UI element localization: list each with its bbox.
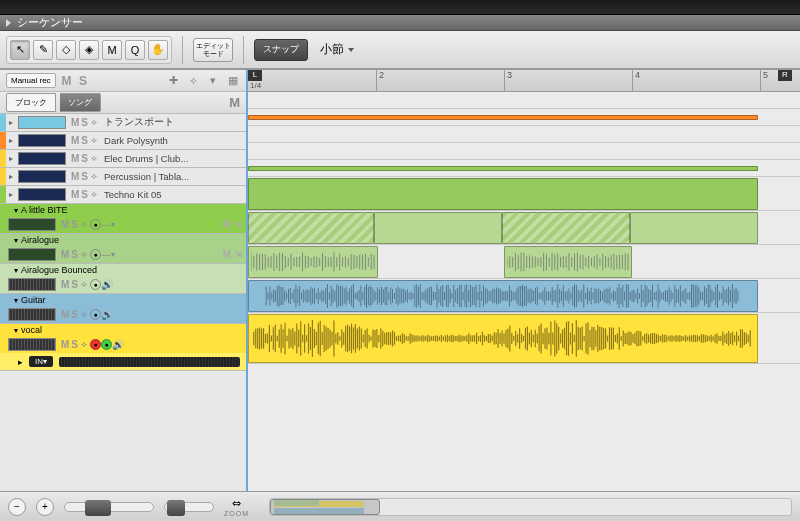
lane-row[interactable]: [248, 92, 800, 109]
device-thumb[interactable]: [18, 134, 66, 147]
disclosure-icon[interactable]: [6, 19, 11, 27]
clip[interactable]: [248, 166, 758, 171]
arrow-tool[interactable]: ↖: [10, 40, 30, 60]
clip[interactable]: [248, 178, 758, 210]
chain-icon[interactable]: ▸: [18, 357, 23, 367]
track-row[interactable]: ▾Airalogue Bounced MS ⟡● 🔊: [0, 264, 246, 294]
mute-tool[interactable]: M: [102, 40, 122, 60]
automation-icon[interactable]: ⟡: [81, 249, 87, 260]
record-arm-icon[interactable]: ●: [90, 309, 101, 320]
zoom-out-button[interactable]: −: [8, 498, 26, 516]
track-row[interactable]: ▾vocal MS ⟡● ● 🔊 ▸ IN▾: [0, 324, 246, 371]
automation-icon[interactable]: ⟡: [91, 153, 97, 164]
mute-solo[interactable]: MS: [61, 279, 78, 290]
record-arm-icon[interactable]: ●: [90, 249, 101, 260]
clip[interactable]: [248, 314, 758, 363]
mute-solo[interactable]: MS: [71, 135, 88, 146]
manual-rec-button[interactable]: Manual rec: [6, 73, 56, 88]
clip[interactable]: [374, 212, 502, 244]
device-thumb[interactable]: [18, 152, 66, 165]
track-row[interactable]: ▸ MS ⟡ トランスポート: [0, 114, 246, 132]
device-thumb[interactable]: [8, 338, 56, 351]
automation-icon[interactable]: ⟡: [91, 135, 97, 146]
track-row[interactable]: ▾A little BITE MS ⟡● — ▾ M✕: [0, 204, 246, 234]
device-thumb[interactable]: [8, 218, 56, 231]
mute-solo[interactable]: MS: [61, 249, 78, 260]
lane-menu-icon[interactable]: ▾: [111, 220, 115, 229]
clip[interactable]: [504, 246, 632, 278]
automation-icon[interactable]: ⟡: [91, 171, 97, 182]
zoom-in-button[interactable]: +: [36, 498, 54, 516]
monitor-icon[interactable]: ●: [101, 339, 112, 350]
lane-row[interactable]: [248, 143, 800, 160]
magnify-tool[interactable]: Q: [125, 40, 145, 60]
device-thumb[interactable]: [18, 170, 66, 183]
automation-icon[interactable]: ⟡: [81, 309, 87, 320]
disclose-icon[interactable]: ▸: [6, 154, 16, 163]
speaker-icon[interactable]: 🔊: [101, 279, 113, 290]
track-row[interactable]: ▾Airalogue MS ⟡● — ▾ M✕: [0, 234, 246, 264]
disclose-icon[interactable]: ▸: [6, 172, 16, 181]
grid-view-icon[interactable]: ▦: [226, 74, 240, 88]
clip[interactable]: [248, 115, 758, 120]
pencil-tool[interactable]: ✎: [33, 40, 53, 60]
input-select[interactable]: IN▾: [29, 356, 53, 367]
automation-icon[interactable]: ⟡: [81, 219, 87, 230]
left-locator[interactable]: L: [248, 70, 262, 81]
record-arm-icon[interactable]: ●: [90, 219, 101, 230]
clip[interactable]: [630, 212, 758, 244]
clip[interactable]: [248, 212, 374, 244]
automation-icon[interactable]: ⟡: [186, 74, 200, 88]
disclose-icon[interactable]: ▸: [6, 190, 16, 199]
expand-icon[interactable]: ⇔: [232, 497, 241, 510]
snap-button[interactable]: スナップ: [254, 39, 308, 61]
right-locator[interactable]: R: [778, 70, 792, 81]
add-track-icon[interactable]: ✚: [166, 74, 180, 88]
mute-solo[interactable]: MS: [71, 171, 88, 182]
record-arm-icon[interactable]: ●: [90, 279, 101, 290]
track-row[interactable]: ▾Guitar MS ⟡● 🔊: [0, 294, 246, 324]
edit-mode-button[interactable]: エディット モード: [193, 38, 233, 62]
track-row[interactable]: ▸ MS ⟡ Techno Kit 05: [0, 186, 246, 204]
record-arm-icon[interactable]: ●: [90, 339, 101, 350]
measure-select[interactable]: 小節: [312, 39, 362, 61]
clip[interactable]: [248, 246, 378, 278]
eraser-tool[interactable]: ◇: [56, 40, 76, 60]
clip[interactable]: [248, 280, 758, 312]
automation-icon[interactable]: ⟡: [91, 117, 97, 128]
device-thumb[interactable]: [18, 188, 66, 201]
mute-solo[interactable]: MS: [61, 309, 78, 320]
lane-row[interactable]: [248, 126, 800, 143]
v-zoom-slider[interactable]: [164, 502, 214, 512]
device-thumb[interactable]: [18, 116, 66, 129]
track-row[interactable]: ▸ MS ⟡ Percussion | Tabla...: [0, 168, 246, 186]
mute-solo[interactable]: MS: [71, 189, 88, 200]
clip-lanes[interactable]: [248, 92, 800, 491]
mute-solo[interactable]: MS: [71, 117, 88, 128]
clip[interactable]: [502, 212, 630, 244]
speaker-icon[interactable]: 🔊: [112, 339, 124, 350]
block-mode-button[interactable]: ブロック: [6, 93, 56, 112]
lane-mute-solo[interactable]: M✕: [223, 249, 246, 260]
mute-solo[interactable]: MS: [61, 339, 78, 350]
razor-tool[interactable]: ◈: [79, 40, 99, 60]
disclose-icon[interactable]: ▸: [6, 118, 16, 127]
song-mode-button[interactable]: ソング: [60, 93, 101, 112]
automation-icon[interactable]: ⟡: [81, 339, 87, 350]
hand-tool[interactable]: ✋: [148, 40, 168, 60]
overview-scrollbar[interactable]: [269, 498, 792, 516]
disclose-icon[interactable]: ▸: [6, 136, 16, 145]
track-row[interactable]: ▸ MS ⟡ Elec Drums | Club...: [0, 150, 246, 168]
automation-icon[interactable]: ⟡: [81, 279, 87, 290]
global-mute-solo[interactable]: M S: [62, 74, 89, 88]
timeline-ruler[interactable]: L 1/4 R 2345: [248, 70, 800, 92]
mute-solo[interactable]: MS: [61, 219, 78, 230]
automation-icon[interactable]: ⟡: [91, 189, 97, 200]
device-thumb[interactable]: [8, 308, 56, 321]
track-row[interactable]: ▸ MS ⟡ Dark Polysynth: [0, 132, 246, 150]
lane-mute-solo[interactable]: M✕: [223, 219, 246, 230]
device-thumb[interactable]: [8, 278, 56, 291]
lane-menu-icon[interactable]: ▾: [111, 250, 115, 259]
h-zoom-slider[interactable]: [64, 502, 154, 512]
menu-triangle-icon[interactable]: ▾: [206, 74, 220, 88]
